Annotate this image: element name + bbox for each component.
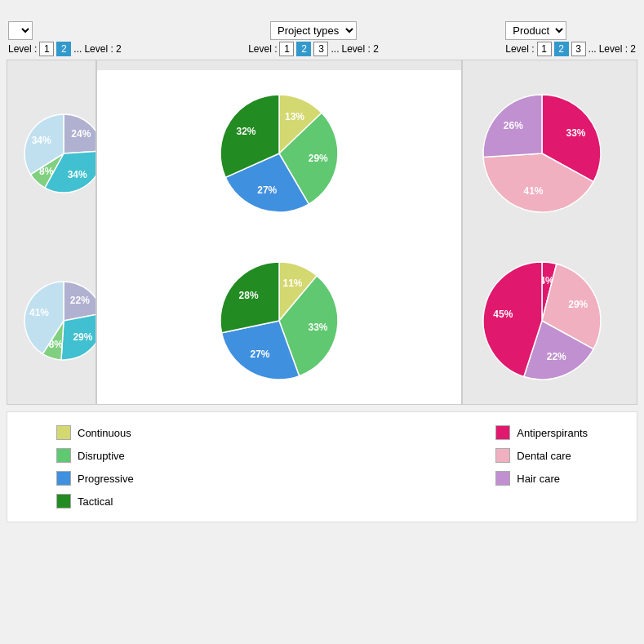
center-col-header	[96, 60, 462, 70]
center-control-group: Project types Level : 1 2 3 ... Level : …	[248, 21, 379, 56]
right-level-3[interactable]: 3	[571, 42, 586, 56]
right-col-header	[462, 60, 637, 70]
left-dropdown[interactable]	[8, 21, 33, 40]
legend-label-right-2: Hair care	[517, 473, 560, 485]
legend-label-left-2: Progressive	[78, 473, 134, 485]
right-level-1[interactable]: 1	[537, 42, 552, 56]
svg-text:13%: 13%	[285, 111, 304, 122]
center-level-1[interactable]: 1	[279, 42, 294, 56]
left-level-2[interactable]: 2	[56, 42, 71, 56]
left-chart-top: 24%34%8%34%	[7, 109, 96, 198]
svg-text:29%: 29%	[568, 299, 588, 310]
center-dropdown-row: Project types	[270, 21, 357, 40]
main-columns: 24%34%8%34% 22%29%8%41% 13%29%27%32% 11%…	[7, 70, 637, 405]
svg-text:29%: 29%	[73, 331, 92, 343]
center-level-2[interactable]: 2	[296, 42, 311, 56]
svg-text:24%: 24%	[71, 129, 91, 140]
legend-color-left-3	[56, 494, 71, 509]
center-level-label: Level :	[248, 43, 277, 55]
legend-label-right-1: Dental care	[517, 450, 571, 462]
svg-text:33%: 33%	[308, 321, 327, 332]
page: Level : 1 2 ... Level : 2 Project types …	[0, 0, 644, 644]
left-dropdown-row	[8, 21, 33, 40]
left-control-group: Level : 1 2 ... Level : 2	[8, 21, 122, 56]
right-level-suffix: Level : 2	[599, 43, 636, 55]
legend-color-left-1	[56, 448, 71, 463]
right-level-label: Level :	[505, 43, 534, 55]
legend-item-left-2: Progressive	[56, 471, 134, 486]
center-chart-bottom: 11%33%27%28%	[206, 247, 353, 394]
center-chart-top: 13%29%27%32%	[206, 80, 353, 227]
legend-color-left-0	[56, 425, 71, 440]
svg-text:22%: 22%	[70, 295, 90, 306]
legend-item-left-1: Disruptive	[56, 448, 134, 463]
legend-left: ContinuousDisruptiveProgressiveTactical	[56, 425, 134, 509]
svg-text:22%: 22%	[546, 351, 566, 362]
legend-label-left-1: Disruptive	[78, 450, 125, 462]
legend-label-left-0: Continuous	[78, 427, 131, 439]
legend-item-right-2: Hair care	[495, 471, 588, 486]
svg-text:27%: 27%	[257, 184, 277, 196]
controls-row: Level : 1 2 ... Level : 2 Project types …	[0, 21, 644, 56]
legend-item-left-0: Continuous	[56, 425, 134, 440]
column-headers	[7, 60, 637, 70]
right-chart-bottom: 4%29%22%45%	[464, 247, 636, 394]
svg-text:29%: 29%	[309, 153, 328, 164]
center-level-row: Level : 1 2 3 ... Level : 2	[248, 42, 379, 56]
legend-right: AntiperspirantsDental careHair care	[495, 425, 588, 509]
left-level-suffix: Level : 2	[84, 43, 121, 55]
legend-label-right-0: Antiperspirants	[517, 427, 588, 439]
svg-text:45%: 45%	[493, 308, 513, 319]
svg-text:11%: 11%	[282, 278, 302, 289]
right-level-row: Level : 1 2 3 ... Level : 2	[505, 42, 636, 56]
svg-text:27%: 27%	[251, 349, 270, 360]
svg-text:41%: 41%	[523, 186, 543, 198]
center-level-3[interactable]: 3	[313, 42, 328, 56]
right-level-2[interactable]: 2	[554, 42, 569, 56]
left-chart-bottom: 22%29%8%41%	[7, 276, 96, 366]
center-level-dots: ...	[331, 43, 339, 55]
left-col-header	[7, 60, 96, 70]
right-chart-top: 33%41%26%	[464, 80, 636, 227]
left-column: 24%34%8%34% 22%29%8%41%	[7, 70, 96, 405]
legend-section: ContinuousDisruptiveProgressiveTactical …	[7, 411, 637, 522]
left-level-row: Level : 1 2 ... Level : 2	[8, 42, 122, 56]
center-dropdown[interactable]: Project types	[270, 21, 357, 40]
left-level-1[interactable]: 1	[39, 42, 54, 56]
legend-item-right-1: Dental care	[495, 448, 588, 463]
legend-color-right-2	[495, 471, 510, 486]
legend-item-right-0: Antiperspirants	[495, 425, 588, 440]
budget-header	[0, 0, 644, 21]
right-dropdown[interactable]: Product	[505, 21, 566, 40]
svg-text:41%: 41%	[29, 307, 49, 318]
right-level-dots: ...	[588, 43, 597, 55]
legend-color-left-2	[56, 471, 71, 486]
left-level-dots: ...	[73, 43, 82, 55]
svg-text:28%: 28%	[239, 290, 259, 301]
legend-color-right-0	[495, 425, 510, 440]
center-level-suffix: Level : 2	[342, 43, 379, 55]
center-column: 13%29%27%32% 11%33%27%28%	[96, 70, 462, 405]
svg-text:33%: 33%	[566, 127, 585, 139]
legend-label-left-3: Tactical	[78, 495, 113, 508]
svg-text:32%: 32%	[237, 126, 256, 137]
right-column: 33%41%26% 4%29%22%45%	[462, 70, 637, 405]
svg-text:26%: 26%	[503, 120, 522, 131]
right-dropdown-row: Product	[505, 21, 566, 40]
legend-color-right-1	[495, 448, 510, 463]
svg-text:34%: 34%	[68, 169, 87, 180]
legend-item-left-3: Tactical	[56, 494, 134, 509]
right-control-group: Product Level : 1 2 3 ... Level : 2	[505, 21, 636, 56]
left-level-label: Level :	[8, 43, 37, 55]
svg-text:34%: 34%	[32, 135, 51, 146]
